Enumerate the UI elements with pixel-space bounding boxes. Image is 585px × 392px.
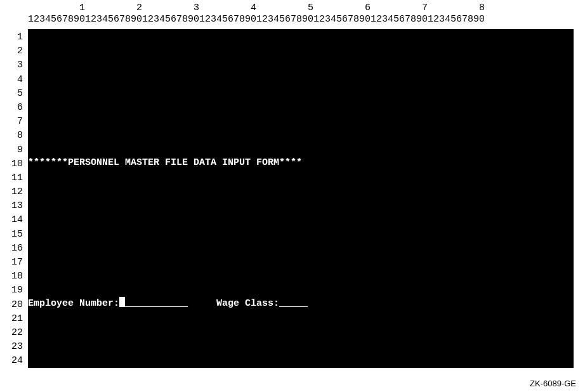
text-cursor [119,297,125,307]
terminal-screen: *******PERSONNEL MASTER FILE DATA INPUT … [28,29,574,368]
column-ruler-tens: 1 2 3 4 5 6 7 8 [28,3,485,13]
wage-class-input[interactable]: _____ [279,297,308,311]
gap [188,297,216,311]
employee-number-label: Employee Number: [28,297,119,311]
form-title: *******PERSONNEL MASTER FILE DATA INPUT … [28,156,302,170]
wage-class-label: Wage Class: [216,297,279,311]
figure-caption: ZK-6089-GE [530,379,576,388]
column-ruler-ones: 1234567890123456789012345678901234567890… [28,14,485,25]
employee-number-input[interactable]: ___________ [125,297,188,311]
row-ruler: 123456789101112131415161718192021222324 [0,30,23,369]
